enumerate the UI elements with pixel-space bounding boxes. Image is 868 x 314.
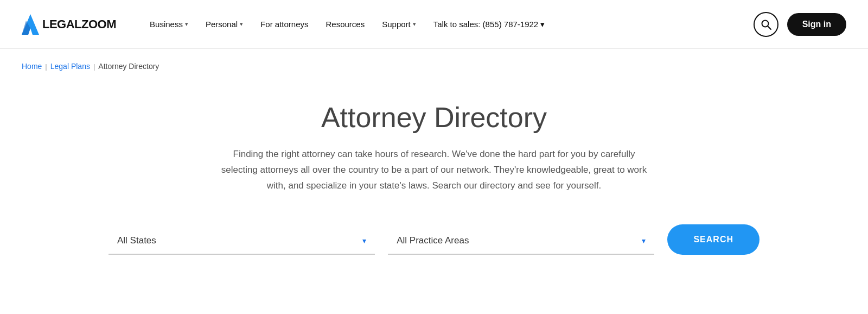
main-nav: Business ▾ Personal ▾ For attorneys Reso… bbox=[142, 15, 745, 34]
nav-for-attorneys[interactable]: For attorneys bbox=[253, 15, 316, 33]
chevron-down-icon: ▾ bbox=[240, 21, 243, 28]
logo-text: LEGALZOOM bbox=[42, 17, 116, 32]
sign-in-button[interactable]: Sign in bbox=[787, 13, 846, 36]
states-select[interactable]: All States ▾ bbox=[108, 228, 375, 255]
chevron-down-icon: ▾ bbox=[362, 236, 366, 245]
header-actions: Sign in bbox=[754, 12, 846, 37]
breadcrumb-separator: | bbox=[45, 62, 47, 71]
chevron-down-icon: ▾ bbox=[185, 21, 188, 28]
practice-areas-select-wrapper: All Practice Areas ▾ bbox=[388, 228, 654, 255]
nav-talk-to-sales[interactable]: Talk to sales: (855) 787-1922 ▾ bbox=[426, 15, 552, 34]
logo-link[interactable]: LEGALZOOM bbox=[22, 14, 116, 35]
breadcrumb-home-link[interactable]: Home bbox=[22, 62, 42, 71]
nav-business[interactable]: Business ▾ bbox=[142, 15, 196, 33]
search-controls: All States ▾ All Practice Areas ▾ SEARCH bbox=[108, 224, 760, 255]
page-description: Finding the right attorney can take hour… bbox=[217, 147, 651, 194]
nav-resources[interactable]: Resources bbox=[318, 15, 373, 33]
nav-support[interactable]: Support ▾ bbox=[374, 15, 424, 33]
breadcrumb-area: Home | Legal Plans | Attorney Directory bbox=[0, 49, 868, 79]
breadcrumb-current: Attorney Directory bbox=[98, 62, 159, 71]
practice-areas-select[interactable]: All Practice Areas ▾ bbox=[388, 228, 654, 255]
page-title: Attorney Directory bbox=[321, 101, 547, 134]
search-action-button[interactable]: SEARCH bbox=[667, 224, 760, 255]
legalzoom-logo-icon bbox=[22, 14, 39, 35]
main-content: Attorney Directory Finding the right att… bbox=[0, 79, 868, 287]
search-button[interactable] bbox=[754, 12, 778, 37]
search-icon bbox=[761, 19, 771, 30]
breadcrumb-legal-plans-link[interactable]: Legal Plans bbox=[50, 62, 90, 71]
states-select-wrapper: All States ▾ bbox=[108, 228, 375, 255]
svg-line-3 bbox=[768, 26, 771, 29]
breadcrumb: Home | Legal Plans | Attorney Directory bbox=[22, 62, 846, 71]
nav-personal[interactable]: Personal ▾ bbox=[198, 15, 251, 33]
practice-areas-select-value: All Practice Areas bbox=[397, 235, 469, 246]
chevron-down-icon: ▾ bbox=[540, 20, 545, 29]
states-select-value: All States bbox=[117, 235, 156, 246]
chevron-down-icon: ▾ bbox=[413, 21, 416, 28]
chevron-down-icon: ▾ bbox=[642, 236, 646, 245]
breadcrumb-separator: | bbox=[93, 62, 95, 71]
